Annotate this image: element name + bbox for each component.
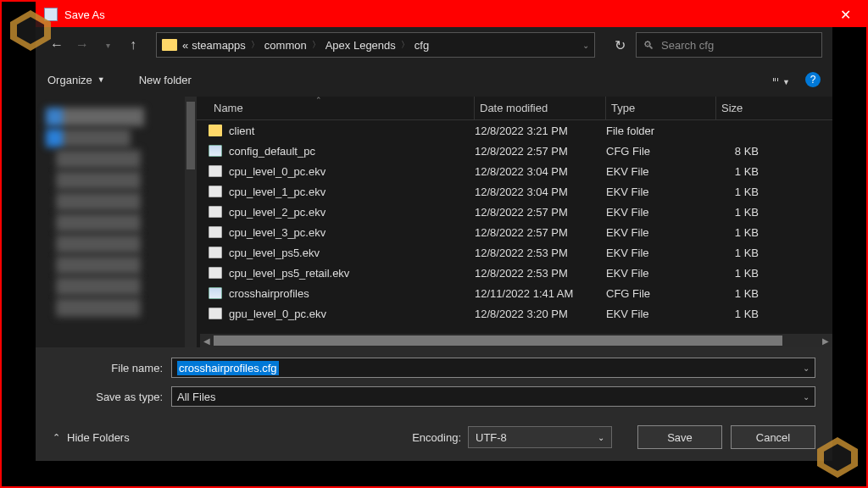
file-name: config_default_pc [229, 145, 475, 158]
file-icon [209, 165, 222, 177]
file-icon [209, 267, 222, 279]
watermark-logo [5, 5, 56, 56]
chevron-down-icon[interactable]: ⌄ [803, 392, 810, 402]
encoding-label: Encoding: [412, 431, 461, 444]
file-type: EKV File [606, 267, 716, 280]
file-name: client [229, 125, 475, 137]
sidebar-item[interactable] [56, 277, 186, 296]
file-date: 12/8/2022 2:53 PM [475, 247, 606, 259]
file-type: CFG File [606, 145, 716, 158]
nav-sidebar [36, 97, 197, 347]
sidebar-item[interactable] [56, 150, 186, 169]
breadcrumb-seg[interactable]: cfg [415, 39, 429, 52]
window-title: Save As [64, 8, 833, 21]
folder-icon [162, 39, 177, 51]
column-header-row: ⌃ Name Date modified Type Size [197, 97, 832, 120]
saveastype-select[interactable]: All Files ⌄ [171, 386, 815, 407]
filename-input[interactable]: crosshairprofiles.cfg ⌄ [171, 358, 815, 378]
file-row[interactable]: cpu_level_3_pc.ekv12/8/2022 2:57 PMEKV F… [197, 222, 832, 242]
nav-forward-button[interactable]: → [71, 34, 93, 56]
column-header-size[interactable]: Size [716, 97, 767, 119]
cancel-button[interactable]: Cancel [731, 425, 815, 449]
sidebar-item[interactable] [56, 171, 186, 190]
file-row[interactable]: cpu_level_1_pc.ekv12/8/2022 3:04 PMEKV F… [197, 181, 832, 202]
file-type: CFG File [606, 287, 716, 300]
refresh-button[interactable]: ↻ [607, 37, 632, 53]
file-type: EKV File [606, 206, 716, 219]
save-button[interactable]: Save [637, 425, 722, 449]
nav-up-button[interactable]: ↑ [122, 34, 144, 56]
file-size: 1 KB [716, 267, 759, 280]
file-date: 12/8/2022 3:04 PM [475, 186, 606, 198]
file-type: EKV File [606, 186, 716, 198]
search-input[interactable]: 🔍︎ Search cfg [636, 32, 822, 58]
sidebar-item[interactable] [46, 108, 186, 126]
file-icon [209, 226, 222, 238]
file-date: 12/11/2022 1:41 AM [475, 287, 606, 300]
file-name: cpu_level_0_pc.ekv [229, 165, 475, 178]
file-name: cpu_level_ps5_retail.ekv [229, 267, 475, 280]
sidebar-item[interactable] [56, 256, 186, 274]
file-date: 12/8/2022 2:57 PM [475, 145, 606, 158]
file-name: gpu_level_0_pc.ekv [229, 308, 475, 320]
file-row[interactable]: client12/8/2022 3:21 PMFile folder [197, 120, 832, 141]
sidebar-item[interactable] [46, 129, 186, 147]
address-dropdown-icon[interactable]: ⌄ [582, 41, 589, 50]
file-date: 12/8/2022 3:21 PM [475, 125, 606, 137]
breadcrumb-seg[interactable]: common [264, 39, 307, 52]
new-folder-button[interactable]: New folder [139, 74, 192, 86]
chevron-up-icon: ⌃ [53, 432, 60, 443]
help-button[interactable]: ? [805, 72, 821, 87]
file-date: 12/8/2022 2:57 PM [475, 206, 606, 219]
file-icon [209, 308, 222, 319]
file-size: 1 KB [716, 165, 759, 178]
saveastype-label: Save as type: [53, 391, 171, 403]
breadcrumb-seg[interactable]: Apex Legends [326, 39, 396, 52]
chevron-right-icon: 〉 [401, 39, 409, 51]
view-options-button[interactable]: ▼ [773, 73, 790, 86]
file-row[interactable]: config_default_pc12/8/2022 2:57 PMCFG Fi… [197, 141, 832, 161]
sidebar-scrollbar[interactable] [185, 97, 197, 347]
sidebar-item[interactable] [56, 214, 186, 232]
column-header-type[interactable]: Type [606, 97, 716, 119]
file-size: 1 KB [716, 308, 759, 320]
search-icon: 🔍︎ [643, 39, 654, 52]
file-row[interactable]: cpu_level_ps5.ekv12/8/2022 2:53 PMEKV Fi… [197, 242, 832, 263]
sidebar-item[interactable] [56, 192, 186, 211]
file-row[interactable]: gpu_level_0_pc.ekv12/8/2022 3:20 PMEKV F… [197, 303, 832, 324]
sort-indicator-icon: ⌃ [315, 97, 322, 104]
close-button[interactable]: ✕ [833, 7, 858, 23]
horizontal-scrollbar[interactable]: ◀▶ [200, 334, 832, 347]
breadcrumb-prefix: « [182, 39, 188, 52]
column-header-date[interactable]: Date modified [475, 97, 606, 119]
file-row[interactable]: crosshairprofiles12/11/2022 1:41 AMCFG F… [197, 283, 832, 303]
sidebar-item[interactable] [56, 298, 186, 317]
file-row[interactable]: cpu_level_ps5_retail.ekv12/8/2022 2:53 P… [197, 263, 832, 283]
saveastype-value: All Files [177, 391, 803, 403]
sidebar-item[interactable] [56, 235, 186, 253]
file-icon [209, 206, 222, 218]
chevron-right-icon: 〉 [251, 39, 259, 51]
file-type: EKV File [606, 226, 716, 239]
nav-recent-dropdown[interactable]: ▾ [97, 34, 119, 56]
column-header-name[interactable]: Name [209, 97, 475, 119]
file-row[interactable]: cpu_level_0_pc.ekv12/8/2022 3:04 PMEKV F… [197, 161, 832, 181]
organize-menu[interactable]: Organize ▼ [47, 74, 105, 86]
chevron-down-icon[interactable]: ⌄ [803, 363, 810, 373]
filename-value: crosshairprofiles.cfg [177, 361, 279, 375]
breadcrumb-seg[interactable]: steamapps [192, 39, 246, 52]
hide-folders-toggle[interactable]: ⌃ Hide Folders [53, 431, 130, 444]
file-name: crosshairprofiles [229, 287, 475, 300]
file-row[interactable]: cpu_level_2_pc.ekv12/8/2022 2:57 PMEKV F… [197, 202, 832, 222]
file-size: 1 KB [716, 206, 759, 219]
chevron-down-icon: ▼ [782, 78, 790, 81]
file-icon [209, 145, 222, 157]
filename-label: File name: [53, 362, 171, 374]
encoding-value: UTF-8 [476, 431, 598, 444]
file-date: 12/8/2022 2:53 PM [475, 267, 606, 280]
encoding-select[interactable]: UTF-8 ⌄ [468, 426, 612, 448]
folder-icon [209, 125, 222, 136]
address-bar[interactable]: « steamapps 〉 common 〉 Apex Legends 〉 cf… [156, 32, 595, 58]
file-size: 1 KB [716, 247, 759, 259]
file-icon [209, 247, 222, 258]
